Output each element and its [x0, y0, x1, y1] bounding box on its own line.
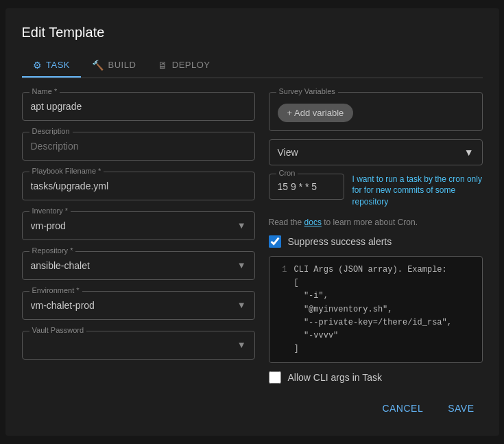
cron-label: Cron [276, 169, 298, 177]
suppress-alerts-row: Suppress success alerts [269, 235, 483, 248]
playbook-label: Playbook Filename * [29, 167, 104, 175]
cron-docs: Read the docs to learn more about Cron. [269, 218, 483, 227]
cron-section: Cron I want to run a task by the cron on… [269, 174, 483, 208]
view-dropdown-arrow-icon: ▼ [464, 147, 474, 158]
add-variable-button[interactable]: + Add variable [278, 104, 354, 122]
cron-hint-area: I want to run a task by the cron only fo… [352, 174, 483, 208]
cancel-button[interactable]: CANCEL [374, 397, 431, 419]
tab-bar: ⚙ TASK 🔨 BUILD 🖥 DEPLOY [22, 54, 483, 78]
allow-cli-row: Allow CLI args in Task [269, 371, 483, 384]
code-block: 1 CLI Args (JSON array). Example: [ "-i"… [269, 256, 483, 363]
suppress-label: Suppress success alerts [288, 236, 392, 247]
survey-variables-box: Survey Variables + Add variable [269, 92, 483, 131]
playbook-field-wrapper: Playbook Filename * [22, 172, 255, 200]
tab-task[interactable]: ⚙ TASK [22, 54, 82, 78]
description-field-wrapper: Description [22, 132, 255, 161]
allow-cli-label: Allow CLI args in Task [288, 372, 382, 383]
cron-input[interactable] [269, 174, 344, 199]
environment-select[interactable]: vm-chalet-prod [23, 292, 254, 319]
inventory-select[interactable]: vm-prod [23, 212, 254, 239]
description-label: Description [29, 127, 73, 135]
deploy-icon: 🖥 [158, 60, 168, 71]
tab-build[interactable]: 🔨 BUILD [81, 54, 147, 78]
survey-label: Survey Variables [276, 87, 338, 95]
vault-label: Vault Password [29, 326, 87, 334]
cron-input-wrapper: Cron [269, 174, 344, 200]
view-dropdown[interactable]: View ▼ [269, 139, 483, 165]
content-area: Name * Description Playbook Filename * I… [22, 92, 483, 384]
vault-field-wrapper: Vault Password ▼ [22, 331, 255, 360]
description-input[interactable] [23, 132, 254, 160]
build-icon: 🔨 [92, 60, 104, 71]
line-numbers: 1 [276, 264, 287, 355]
view-dropdown-value: View [278, 147, 298, 158]
environment-field-wrapper: Environment * vm-chalet-prod ▼ [22, 291, 255, 320]
name-label: Name * [29, 87, 60, 95]
allow-cli-checkbox[interactable] [269, 371, 281, 384]
repository-label: Repository * [29, 246, 76, 255]
name-field-wrapper: Name * [22, 92, 255, 121]
environment-label: Environment * [29, 286, 82, 294]
repository-select[interactable]: ansible-chalet [23, 252, 254, 279]
edit-template-dialog: Edit Template ⚙ TASK 🔨 BUILD 🖥 DEPLOY N [5, 8, 499, 436]
inventory-field-wrapper: Inventory * vm-prod ▼ [22, 211, 255, 240]
name-input[interactable] [23, 93, 254, 120]
playbook-input[interactable] [23, 172, 254, 200]
dialog-overlay: Edit Template ⚙ TASK 🔨 BUILD 🖥 DEPLOY N [0, 0, 504, 444]
save-button[interactable]: SAVE [440, 397, 482, 419]
task-icon: ⚙ [33, 60, 43, 71]
tab-deploy[interactable]: 🖥 DEPLOY [147, 54, 221, 78]
left-column: Name * Description Playbook Filename * I… [22, 92, 255, 384]
repository-field-wrapper: Repository * ansible-chalet ▼ [22, 251, 255, 280]
docs-link[interactable]: docs [304, 218, 322, 227]
dialog-title: Edit Template [22, 25, 483, 40]
vault-select[interactable] [23, 331, 254, 359]
suppress-checkbox[interactable] [269, 235, 281, 248]
right-column: Survey Variables + Add variable View ▼ C… [269, 92, 483, 384]
dialog-footer: CANCEL SAVE [22, 397, 483, 419]
inventory-label: Inventory * [29, 207, 71, 215]
code-content: CLI Args (JSON array). Example: [ "-i", … [294, 264, 452, 355]
cron-hint: I want to run a task by the cron only fo… [352, 174, 483, 208]
